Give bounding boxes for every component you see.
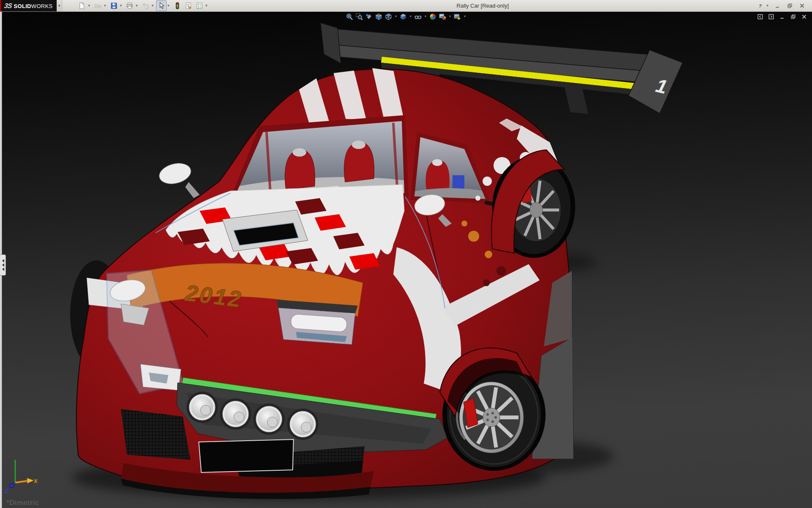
new-document-button[interactable] (77, 0, 87, 11)
new-document-icon (78, 2, 85, 9)
minimize-button[interactable] (773, 2, 782, 10)
apply-scene-button[interactable] (438, 12, 447, 21)
rebuild-traffic-light-button[interactable] (172, 0, 183, 11)
hide-show-items-icon (414, 13, 422, 20)
select-cursor-icon (158, 2, 165, 9)
dropdown-arrow-icon[interactable]: ▾ (104, 4, 106, 8)
view-orientation-label: *Dimetric (6, 499, 39, 507)
pane-left-icon (757, 14, 763, 19)
help-question-icon: ? (757, 3, 763, 8)
save-button[interactable] (109, 0, 119, 11)
dropdown-arrow-icon[interactable]: ▾ (425, 15, 426, 18)
edit-appearance-button[interactable] (428, 12, 437, 21)
left-mirror (157, 160, 193, 187)
dropdown-arrow-icon[interactable]: ▾ (410, 15, 411, 18)
open-folder-button[interactable] (93, 0, 103, 11)
help-question-button[interactable]: ? (756, 2, 764, 10)
solidworks-logo: 3S SOLIDWORKS (1, 0, 57, 11)
display-style-button[interactable] (399, 12, 408, 21)
dropdown-arrow-icon[interactable]: ▾ (88, 4, 90, 8)
dropdown-arrow-icon[interactable]: ▾ (120, 4, 122, 8)
restore-button[interactable] (785, 2, 794, 10)
rebuild-traffic-light-icon (174, 2, 181, 9)
save-icon (110, 2, 118, 9)
section-view-button[interactable] (374, 12, 383, 21)
collapse-arrows-icon (1, 259, 5, 271)
close-button[interactable] (798, 2, 806, 10)
dassault-mark: 3S (4, 2, 12, 10)
dropdown-arrow-icon[interactable]: ▾ (395, 15, 397, 18)
3d-viewport[interactable]: 1 (0, 12, 812, 508)
file-properties-icon (185, 2, 192, 9)
close-icon (799, 3, 805, 8)
open-folder-icon (94, 2, 102, 9)
document-window-controls (757, 13, 808, 20)
view-settings-icon (454, 13, 461, 20)
dropdown-arrow-icon[interactable]: ▾ (449, 15, 451, 18)
previous-view-button[interactable] (365, 12, 373, 21)
headsup-view-toolbar: ▾▾▾▾▾ (345, 12, 467, 21)
dropdown-arrow-icon[interactable]: ▾ (464, 15, 466, 18)
restore-icon (787, 3, 793, 8)
close-icon (801, 14, 807, 19)
zoom-to-fit-button[interactable] (345, 12, 354, 21)
z-axis-label: Z (4, 488, 8, 494)
dropdown-arrow-icon[interactable]: ▾ (167, 4, 170, 8)
previous-view-icon (365, 13, 373, 20)
section-view-icon (375, 13, 382, 20)
close-button[interactable] (801, 13, 808, 20)
titlebar-window-controls: ?▾ (756, 2, 806, 10)
display-style-icon (400, 13, 407, 20)
pane-right-button[interactable] (768, 13, 775, 20)
print-button[interactable] (124, 0, 135, 11)
window-title: Rally Car [Read-only] (209, 3, 756, 9)
zoom-to-fit-icon (346, 13, 353, 20)
apply-scene-icon (439, 13, 446, 20)
undo-icon (142, 2, 149, 9)
title-bar: 3S SOLIDWORKS ▾▾▾▾▾▾▾ Rally Car [Read-on… (0, 0, 812, 12)
minimize-button[interactable] (779, 13, 786, 20)
license-plate (199, 439, 294, 472)
pane-left-button[interactable] (757, 13, 764, 20)
svg-text:?: ? (759, 3, 762, 8)
menu-flyout-button[interactable] (57, 0, 62, 11)
undo-button[interactable] (140, 0, 151, 11)
dropdown-arrow-icon[interactable]: ▾ (206, 4, 208, 8)
x-axis (15, 481, 27, 483)
x-axis-label: X (34, 478, 38, 484)
file-properties-button[interactable] (183, 0, 194, 11)
view-orientation-button[interactable] (384, 12, 393, 21)
view-settings-button[interactable] (453, 12, 462, 21)
pane-right-icon (768, 14, 774, 19)
3d-viewport-canvas[interactable]: 1 (0, 12, 812, 508)
minimize-icon (775, 3, 780, 8)
restore-icon (790, 14, 796, 19)
options-checklist-button[interactable] (194, 0, 205, 11)
dropdown-arrow-icon[interactable]: ▾ (152, 4, 154, 8)
dropdown-arrow-icon[interactable]: ▾ (766, 4, 768, 8)
zoom-to-area-button[interactable] (355, 12, 364, 21)
minimize-icon (779, 14, 785, 19)
featuremanager-collapsed-tab[interactable] (0, 254, 6, 276)
restore-button[interactable] (790, 13, 797, 20)
orientation-triad: X Z (3, 459, 38, 498)
brand-name: SOLIDWORKS (14, 2, 53, 10)
quick-access-toolbar: ▾▾▾▾▾▾▾ (77, 0, 209, 11)
select-cursor-button[interactable] (156, 0, 167, 11)
edit-appearance-icon (429, 13, 436, 20)
view-orientation-icon (385, 13, 392, 20)
print-icon (126, 2, 133, 9)
zoom-to-area-icon (356, 13, 363, 20)
options-checklist-icon (196, 2, 203, 9)
dropdown-arrow-icon[interactable]: ▾ (136, 4, 138, 8)
flyout-arrow-icon (58, 4, 61, 8)
hide-show-items-button[interactable] (414, 12, 422, 21)
